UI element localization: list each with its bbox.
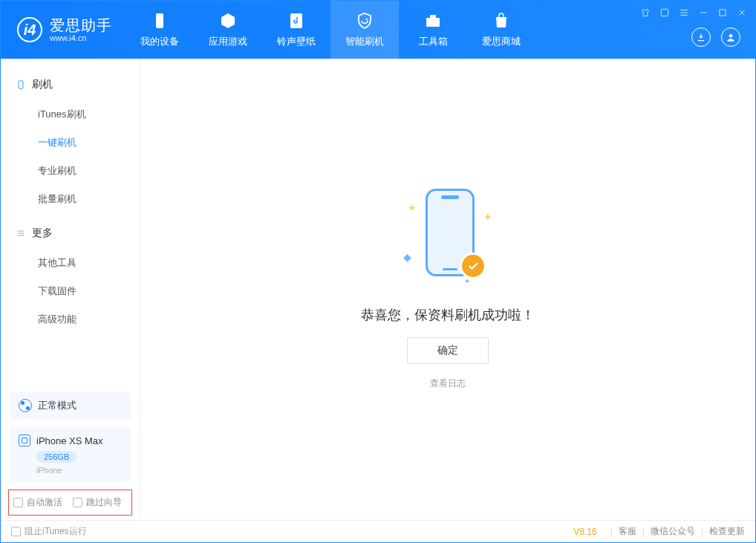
footer-link-update[interactable]: 检查更新 — [709, 525, 745, 538]
header-actions — [691, 27, 740, 47]
music-note-icon — [287, 11, 306, 30]
app-header: i4 爱思助手 www.i4.cn 我的设备 应用游戏 铃声壁纸 智能刷机 工具… — [1, 1, 755, 59]
main-content: ✦ ◆ ✦ ✦ 恭喜您，保资料刷机成功啦！ 确定 查看日志 — [140, 59, 755, 520]
check-badge-icon — [460, 253, 486, 279]
device-name: iPhone XS Max — [36, 435, 103, 446]
main-nav: 我的设备 应用游戏 铃声壁纸 智能刷机 工具箱 爱思商城 — [126, 1, 535, 59]
list-icon — [16, 228, 26, 238]
separator: | — [642, 527, 645, 537]
feedback-icon[interactable] — [659, 7, 671, 19]
nav-label: 工具箱 — [419, 35, 448, 48]
device-small-icon — [19, 435, 30, 446]
mode-label: 正常模式 — [38, 399, 76, 412]
svg-rect-2 — [426, 18, 440, 27]
sidebar-item-pro-flash[interactable]: 专业刷机 — [1, 157, 140, 185]
checkbox-label: 阻止iTunes运行 — [25, 525, 87, 538]
cube-icon — [218, 11, 238, 30]
menu-icon[interactable] — [678, 7, 690, 19]
sidebar-item-download-firmware[interactable]: 下载固件 — [1, 277, 140, 305]
sidebar-group-flash: 刷机 — [1, 72, 140, 97]
sidebar-item-advanced[interactable]: 高级功能 — [1, 305, 140, 334]
separator: | — [701, 527, 703, 537]
sidebar-item-other-tools[interactable]: 其他工具 — [1, 249, 140, 277]
nav-label: 智能刷机 — [345, 35, 384, 48]
sidebar: 刷机 iTunes刷机 一键刷机 专业刷机 批量刷机 更多 其他工具 下载固件 … — [1, 59, 140, 520]
checkbox-block-itunes[interactable]: 阻止iTunes运行 — [11, 525, 87, 538]
device-header: iPhone XS Max — [19, 435, 122, 446]
sidebar-group1-items: iTunes刷机 一键刷机 专业刷机 批量刷机 — [1, 97, 140, 221]
footer: 阻止iTunes运行 V8.16 | 客服 | 微信公众号 | 检查更新 — [1, 520, 755, 542]
sparkle-icon: ✦ — [483, 211, 492, 223]
checkbox-label: 自动激活 — [27, 496, 62, 509]
shirt-icon[interactable] — [639, 7, 651, 19]
group-title: 更多 — [32, 227, 53, 240]
footer-right: V8.16 | 客服 | 微信公众号 | 检查更新 — [573, 525, 745, 538]
svg-rect-5 — [720, 10, 726, 16]
sidebar-item-oneclick-flash[interactable]: 一键刷机 — [1, 129, 140, 157]
shield-refresh-icon — [355, 11, 374, 30]
window-controls — [639, 7, 748, 19]
sparkle-icon: ✦ — [408, 202, 417, 214]
logo-area: i4 爱思助手 www.i4.cn — [1, 17, 126, 42]
checkbox-skip-wizard[interactable]: 跳过向导 — [73, 496, 122, 509]
sidebar-group-more: 更多 — [1, 221, 140, 246]
maximize-icon[interactable] — [717, 7, 729, 19]
nav-toolbox[interactable]: 工具箱 — [399, 1, 467, 59]
logo-icon: i4 — [17, 17, 42, 42]
shopping-bag-icon — [492, 11, 511, 30]
nav-store[interactable]: 爱思商城 — [467, 1, 535, 59]
svg-point-6 — [729, 34, 733, 38]
mode-icon — [19, 399, 32, 412]
highlighted-checkbox-row: 自动激活 跳过向导 — [8, 490, 132, 516]
sidebar-item-itunes-flash[interactable]: iTunes刷机 — [1, 100, 140, 129]
view-log-link[interactable]: 查看日志 — [430, 377, 466, 390]
device-box[interactable]: iPhone XS Max 256GB iPhone — [10, 427, 131, 482]
nav-smart-flash[interactable]: 智能刷机 — [330, 1, 399, 59]
sparkle-icon: ◆ — [403, 251, 411, 263]
separator: | — [610, 527, 613, 537]
svg-rect-0 — [156, 13, 163, 28]
download-icon[interactable] — [691, 27, 711, 47]
sidebar-group2-items: 其他工具 下载固件 高级功能 — [1, 246, 140, 341]
user-icon[interactable] — [721, 27, 740, 47]
app-body: 刷机 iTunes刷机 一键刷机 专业刷机 批量刷机 更多 其他工具 下载固件 … — [1, 59, 755, 520]
svg-rect-1 — [290, 13, 302, 28]
version-label: V8.16 — [573, 527, 596, 537]
nav-my-device[interactable]: 我的设备 — [126, 1, 194, 59]
success-message: 恭喜您，保资料刷机成功啦！ — [361, 306, 535, 324]
checkbox-icon — [73, 498, 82, 507]
nav-label: 我的设备 — [140, 35, 179, 48]
device-storage: 256GB — [36, 451, 76, 463]
mode-box[interactable]: 正常模式 — [10, 391, 131, 420]
svg-rect-3 — [430, 15, 436, 18]
footer-link-wechat[interactable]: 微信公众号 — [651, 525, 695, 538]
success-illustration: ✦ ◆ ✦ ✦ — [403, 189, 492, 293]
close-icon[interactable] — [736, 7, 748, 19]
sidebar-bottom: 正常模式 iPhone XS Max 256GB iPhone 自动激活 跳过向… — [1, 391, 140, 520]
nav-ringtone-wallpaper[interactable]: 铃声壁纸 — [262, 1, 330, 59]
svg-rect-4 — [661, 9, 668, 16]
checkbox-icon — [11, 527, 21, 536]
checkbox-icon — [13, 498, 23, 507]
checkbox-auto-activate[interactable]: 自动激活 — [13, 496, 62, 509]
svg-rect-7 — [19, 81, 23, 89]
nav-apps-games[interactable]: 应用游戏 — [194, 1, 262, 59]
device-icon — [150, 11, 169, 30]
logo-text: 爱思助手 www.i4.cn — [50, 17, 112, 42]
sidebar-item-batch-flash[interactable]: 批量刷机 — [1, 185, 140, 213]
app-subtitle: www.i4.cn — [50, 33, 112, 42]
toolbox-icon — [423, 11, 443, 30]
phone-icon — [16, 79, 26, 90]
group-title: 刷机 — [32, 78, 53, 91]
nav-label: 铃声壁纸 — [277, 35, 316, 48]
nav-label: 爱思商城 — [482, 35, 521, 48]
device-type: iPhone — [36, 466, 122, 475]
checkbox-label: 跳过向导 — [86, 496, 122, 509]
app-title: 爱思助手 — [50, 17, 112, 33]
footer-link-support[interactable]: 客服 — [619, 525, 636, 538]
minimize-icon[interactable] — [697, 7, 709, 19]
nav-label: 应用游戏 — [209, 35, 247, 48]
ok-button[interactable]: 确定 — [407, 337, 489, 364]
